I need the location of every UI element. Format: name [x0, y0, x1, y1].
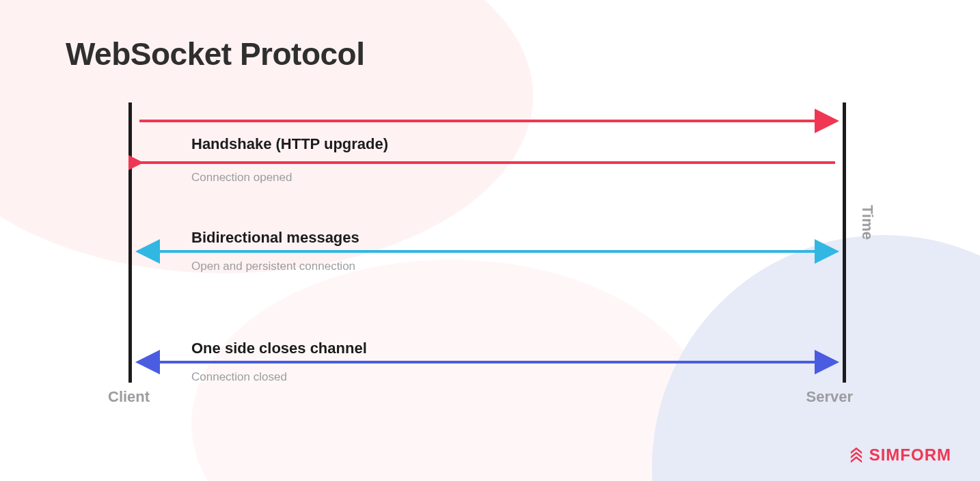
handshake-sub: Connection opened [191, 171, 292, 184]
brand-name: SIMFORM [869, 445, 951, 465]
close-label: One side closes channel [191, 340, 367, 357]
page-title: WebSocket Protocol [66, 36, 364, 72]
simform-icon [847, 446, 865, 464]
handshake-label: Handshake (HTTP upgrade) [191, 135, 388, 153]
server-label: Server [806, 388, 853, 406]
sequence-diagram: Client Server Time [128, 102, 846, 396]
bidirectional-label: Bidirectional messages [191, 229, 359, 247]
time-axis-label: Time [858, 205, 876, 240]
close-sub: Connection closed [191, 370, 287, 384]
client-label: Client [108, 388, 150, 406]
brand-logo: SIMFORM [847, 445, 951, 465]
bidirectional-sub: Open and persistent connection [191, 260, 355, 273]
